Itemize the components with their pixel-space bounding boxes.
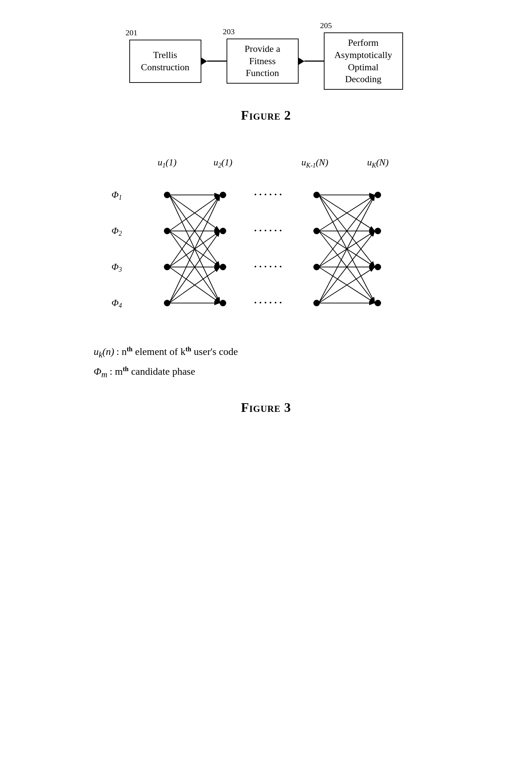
box3-wrapper: 205 PerformAsymptoticallyOptimalDecoding [324,32,403,90]
svg-point-53 [313,192,320,198]
svg-point-45 [164,192,170,198]
svg-text:Φ4: Φ4 [111,298,122,309]
trellis-diagram: u1(1) u2(1) uK-1(N) uK(N) Φ1 Φ2 [104,152,428,332]
box-trellis-construction: TrellisConstruction [129,40,201,83]
svg-point-47 [164,264,170,270]
legend-line2: Φm: mth candidate phase [94,362,238,382]
svg-point-52 [220,300,226,306]
svg-point-60 [375,300,381,306]
svg-text:uK(N): uK(N) [367,157,389,169]
legend-line1-text: : nth element of kth user's code [116,343,238,361]
svg-text:· · · · · ·: · · · · · · [254,297,282,308]
legend-line1: uk(n): nth element of kth user's code [94,343,238,362]
figure3-section: u1(1) u2(1) uK-1(N) uK(N) Φ1 Φ2 [29,152,503,415]
box-fitness-function: Provide aFitnessFunction [227,39,299,84]
arrow1 [201,58,227,65]
label-205: 205 [320,21,332,30]
page-container: 201 TrellisConstruction 203 Provide aFit… [0,0,532,437]
svg-text:Φ1: Φ1 [111,190,122,201]
svg-point-58 [375,228,381,234]
svg-text:uK-1(N): uK-1(N) [301,157,328,169]
svg-point-49 [220,192,226,198]
svg-point-51 [220,264,226,270]
legend-phi-italic: Φm [94,362,107,382]
svg-text:u1(1): u1(1) [157,157,176,169]
svg-point-46 [164,228,170,234]
box-optimal-decoding: PerformAsymptoticallyOptimalDecoding [324,32,403,90]
svg-point-54 [313,228,320,234]
box2-wrapper: 203 Provide aFitnessFunction [227,39,299,84]
svg-point-59 [375,264,381,270]
label-201: 201 [126,28,138,37]
box1-wrapper: 201 TrellisConstruction [129,40,201,83]
flowchart: 201 TrellisConstruction 203 Provide aFit… [129,32,403,90]
legend-line2-text: : mth candidate phase [109,362,195,381]
svg-text:Φ2: Φ2 [111,226,122,237]
figure3-legend: uk(n): nth element of kth user's code Φm… [94,343,238,382]
figure2-title: Figure 2 [241,108,291,123]
svg-text:u2(1): u2(1) [213,157,232,169]
figure3-title: Figure 3 [241,400,291,415]
label-203: 203 [223,27,235,36]
svg-text:· · · · · ·: · · · · · · [254,261,282,272]
svg-point-50 [220,228,226,234]
svg-point-57 [375,192,381,198]
svg-point-56 [313,300,320,306]
legend-uk-italic: uk(n) [94,343,114,362]
svg-text:· · · · · ·: · · · · · · [254,225,282,236]
trellis-svg: u1(1) u2(1) uK-1(N) uK(N) Φ1 Φ2 [104,152,428,332]
svg-text:Φ3: Φ3 [111,262,122,273]
arrow2 [299,58,324,65]
svg-point-48 [164,300,170,306]
svg-text:· · · · · ·: · · · · · · [254,189,282,200]
svg-point-55 [313,264,320,270]
figure2-section: 201 TrellisConstruction 203 Provide aFit… [29,29,503,123]
